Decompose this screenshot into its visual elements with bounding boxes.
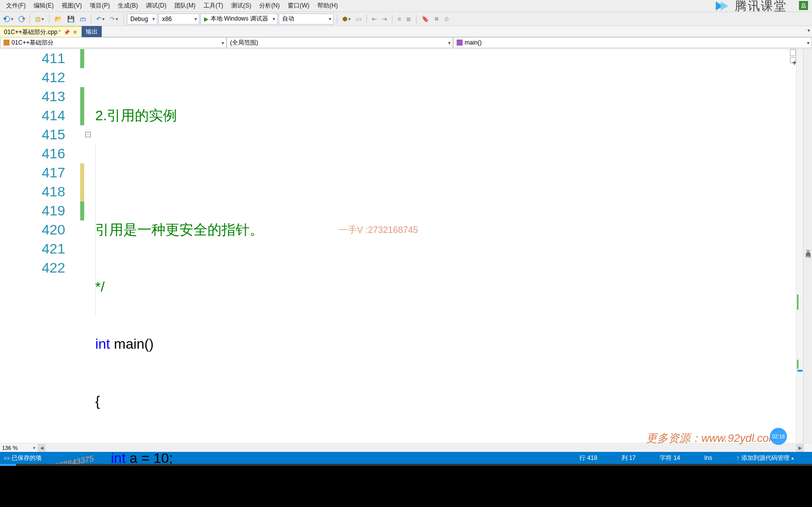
back-icon bbox=[4, 16, 10, 22]
line-number: 411 bbox=[0, 49, 65, 68]
save-button[interactable]: 💾 bbox=[65, 14, 77, 25]
redo-icon: ↷ bbox=[110, 16, 115, 23]
brand-logo: 腾讯课堂 bbox=[716, 0, 787, 14]
member-scope-label: main() bbox=[465, 39, 482, 46]
indent-more-button[interactable]: ⇥ bbox=[380, 14, 389, 25]
code-area[interactable]: 2.引用的实例 引用是一种更安全的指针。 */ int main() { int… bbox=[93, 49, 812, 443]
open-icon: 📂 bbox=[55, 16, 62, 23]
comment-button[interactable]: ≡ bbox=[395, 14, 403, 25]
start-debug-button[interactable]: ▶ 本地 Windows 调试器 ▾ bbox=[200, 14, 278, 25]
uncomment-button[interactable]: ≣ bbox=[404, 14, 413, 25]
redo-button[interactable]: ↷▾ bbox=[108, 14, 120, 25]
undo-icon: ↶ bbox=[96, 16, 101, 23]
code-nav-bar: 01C++基础部分 (全局范围) main() bbox=[0, 37, 812, 49]
new-item-button[interactable]: ▧▾ bbox=[33, 14, 46, 25]
stack-frame-button[interactable]: ▭ bbox=[354, 14, 363, 25]
menu-test[interactable]: 测试(S) bbox=[227, 0, 255, 12]
code-editor[interactable]: ＋ 411 412 413 414 415 416 417 418 419 42… bbox=[0, 49, 812, 443]
member-scope-dropdown[interactable]: main() bbox=[453, 37, 812, 48]
line-number-gutter: 411 412 413 414 415 416 417 418 419 420 … bbox=[0, 49, 80, 443]
video-control-bar[interactable] bbox=[0, 464, 812, 507]
status-saved[interactable]: ▭已保存的项 bbox=[4, 454, 42, 462]
line-number: 416 bbox=[0, 144, 65, 163]
watermark-center: 一手V :2732168745 bbox=[339, 220, 418, 239]
menu-edit[interactable]: 编辑(E) bbox=[30, 0, 58, 12]
clear-bookmark-button[interactable]: ✖ bbox=[432, 14, 441, 25]
menu-build[interactable]: 生成(B) bbox=[114, 0, 142, 12]
video-time-badge: 02:18 bbox=[770, 428, 787, 445]
menu-analyze[interactable]: 分析(N) bbox=[255, 0, 284, 12]
line-number: 418 bbox=[0, 182, 65, 201]
zoom-level-dropdown[interactable]: 136 % bbox=[2, 445, 33, 451]
close-icon[interactable]: ✕ bbox=[73, 29, 77, 36]
clear-all-bookmark-button[interactable]: ⊘ bbox=[442, 14, 451, 25]
line-number: 417 bbox=[0, 163, 65, 182]
tab-output[interactable]: 输出 bbox=[82, 26, 102, 37]
brace-guide bbox=[95, 144, 96, 316]
open-file-button[interactable]: 📂 bbox=[53, 14, 64, 25]
toolbox-panel-tab[interactable]: 工具箱 bbox=[803, 49, 812, 443]
save-icon: 💾 bbox=[67, 16, 75, 23]
fold-toggle[interactable]: − bbox=[85, 132, 91, 137]
video-progress[interactable] bbox=[0, 464, 812, 466]
process-button[interactable]: ⬢▾ bbox=[340, 14, 353, 25]
pin-icon[interactable]: 📌 bbox=[64, 30, 70, 35]
window-icon: ▭ bbox=[4, 454, 10, 461]
line-number: 421 bbox=[0, 239, 65, 259]
new-file-icon: ▧ bbox=[35, 16, 41, 23]
brand-icon bbox=[716, 0, 731, 14]
type-scope-dropdown[interactable]: (全局范围) bbox=[227, 37, 453, 48]
bookmark-x-icon: ✖ bbox=[434, 16, 439, 23]
tab-source-file[interactable]: 01C++基础部分.cpp* 📌 ✕ bbox=[0, 26, 82, 37]
code-text: { bbox=[95, 393, 100, 409]
line-number: 422 bbox=[0, 259, 65, 278]
scroll-left-icon[interactable]: ◀ bbox=[38, 444, 46, 452]
uncomment-icon: ≣ bbox=[406, 16, 411, 23]
comment-icon: ≡ bbox=[397, 16, 401, 23]
overview-ruler[interactable] bbox=[796, 49, 803, 443]
frame-icon: ▭ bbox=[356, 16, 361, 23]
menu-tools[interactable]: 工具(T) bbox=[199, 0, 227, 12]
solution-platform-dropdown[interactable]: x86 bbox=[158, 14, 199, 25]
scroll-right-icon[interactable]: ▶ bbox=[796, 444, 804, 452]
bookmark-button[interactable]: 🔖 bbox=[420, 14, 431, 25]
nav-forward-button[interactable] bbox=[17, 14, 27, 25]
menu-window[interactable]: 窗口(W) bbox=[284, 0, 313, 12]
document-tabs: 01C++基础部分.cpp* 📌 ✕ 输出 ▾ bbox=[0, 26, 812, 37]
line-number: 413 bbox=[0, 87, 65, 106]
modification-bar bbox=[80, 49, 84, 443]
hex-icon: ⬢ bbox=[342, 16, 347, 23]
dirty-indicator: * bbox=[59, 29, 61, 36]
line-number: 420 bbox=[0, 220, 65, 239]
menu-file[interactable]: 文件(F) bbox=[2, 0, 30, 12]
nav-back-button[interactable]: ▾ bbox=[2, 14, 16, 25]
bookmark-xx-icon: ⊘ bbox=[444, 16, 449, 23]
menu-team[interactable]: 团队(M) bbox=[170, 0, 199, 12]
code-text: int bbox=[95, 336, 110, 352]
status-saved-label: 已保存的项 bbox=[12, 454, 42, 462]
save-all-button[interactable]: 🗃 bbox=[78, 14, 88, 25]
line-number: 419 bbox=[0, 201, 65, 220]
code-text: 引用是一种更安全的指针。 bbox=[95, 222, 264, 237]
menu-help[interactable]: 帮助(H) bbox=[313, 0, 342, 12]
fold-gutter: − bbox=[84, 49, 93, 443]
start-debug-label: 本地 Windows 调试器 bbox=[211, 15, 268, 23]
indent-right-icon: ⇥ bbox=[382, 16, 387, 23]
menu-project[interactable]: 项目(P) bbox=[86, 0, 114, 12]
indent-left-icon: ⇤ bbox=[372, 16, 377, 23]
user-badge[interactable]: 磊 bbox=[799, 1, 808, 10]
line-number: 414 bbox=[0, 106, 65, 125]
tab-overflow-icon[interactable]: ▾ bbox=[807, 28, 810, 33]
indent-less-button[interactable]: ⇤ bbox=[370, 14, 379, 25]
menu-debug[interactable]: 调试(D) bbox=[142, 0, 170, 12]
auto-dropdown[interactable]: 自动 bbox=[279, 14, 334, 25]
project-icon bbox=[4, 40, 10, 46]
code-text: 2.引用的实例 bbox=[95, 108, 177, 123]
project-scope-label: 01C++基础部分 bbox=[12, 39, 54, 47]
line-number: 415 bbox=[0, 125, 65, 144]
project-scope-dropdown[interactable]: 01C++基础部分 bbox=[0, 37, 227, 48]
menu-view[interactable]: 视图(V) bbox=[58, 0, 86, 12]
solution-config-dropdown[interactable]: Debug bbox=[127, 14, 157, 25]
undo-button[interactable]: ↶▾ bbox=[94, 14, 107, 25]
line-number: 412 bbox=[0, 68, 65, 87]
